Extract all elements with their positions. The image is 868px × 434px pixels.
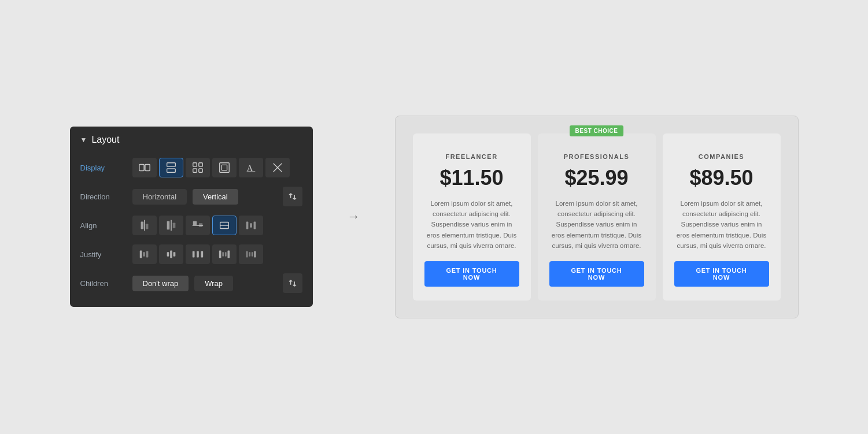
frame-layout-icon	[218, 161, 231, 174]
svg-rect-32	[170, 251, 172, 258]
flex-layout-icon	[165, 161, 178, 174]
svg-rect-2	[167, 163, 175, 166]
pricing-container: FREELANCER $11.50 Lorem ipsum dolor sit …	[395, 116, 799, 319]
display-horizontal-btn[interactable]	[132, 158, 157, 177]
align-center-h-icon	[165, 219, 178, 232]
align-middle-icon	[218, 219, 231, 232]
svg-rect-16	[145, 224, 148, 229]
justify-space-between-icon	[218, 248, 231, 261]
horizontal-direction-btn[interactable]: Horizontal	[132, 189, 187, 205]
pricing-card-companies: COMPANIES $89.50 Lorem ipsum dolor sit a…	[663, 133, 781, 301]
price-companies: $89.50	[689, 166, 753, 190]
svg-rect-3	[167, 169, 175, 172]
align-middle-btn[interactable]	[212, 216, 237, 235]
svg-rect-27	[253, 222, 256, 229]
display-row: Display	[70, 153, 313, 182]
svg-rect-37	[219, 251, 221, 258]
svg-rect-6	[193, 169, 196, 172]
best-badge: BEST CHOICE	[570, 125, 624, 136]
display-frame-btn[interactable]	[212, 158, 237, 177]
svg-rect-19	[172, 223, 175, 228]
pricing-card-freelancer: FREELANCER $11.50 Lorem ipsum dolor sit …	[413, 133, 531, 301]
svg-rect-4	[193, 163, 196, 166]
svg-rect-31	[167, 253, 169, 257]
text-layout-icon: A	[245, 161, 257, 174]
svg-text:A: A	[246, 164, 253, 173]
align-row: Align	[70, 211, 313, 240]
vertical-direction-btn[interactable]: Vertical	[193, 189, 238, 205]
justify-btn-group	[132, 244, 263, 264]
justify-end-btn[interactable]	[239, 244, 263, 264]
svg-rect-18	[167, 221, 169, 230]
cta-btn-freelancer[interactable]: GET IN TOUCH NOW	[424, 261, 519, 287]
align-btn-group	[132, 216, 263, 235]
children-label: Children	[80, 279, 127, 288]
justify-end-icon	[245, 248, 257, 261]
svg-rect-38	[222, 253, 224, 257]
justify-center-btn[interactable]	[159, 244, 183, 264]
main-container: ▼ Layout Display	[70, 116, 799, 319]
plan-name-companies: COMPANIES	[699, 153, 744, 160]
svg-rect-8	[219, 163, 229, 173]
justify-space-icon	[191, 248, 204, 261]
svg-rect-34	[192, 251, 194, 258]
justify-start-btn[interactable]	[132, 244, 157, 264]
no-wrap-btn[interactable]: Don't wrap	[132, 276, 189, 291]
svg-rect-35	[197, 251, 199, 258]
justify-start-icon	[138, 248, 151, 261]
align-space-icon	[245, 219, 257, 232]
svg-rect-29	[143, 253, 145, 257]
panel-title: Layout	[91, 135, 119, 145]
display-label: Display	[80, 164, 127, 172]
svg-rect-5	[198, 163, 202, 166]
svg-rect-42	[249, 253, 250, 257]
children-swap-btn[interactable]	[283, 273, 302, 293]
layout-panel: ▼ Layout Display	[70, 127, 313, 307]
arrow: →	[348, 209, 360, 224]
display-grid-btn[interactable]	[186, 158, 210, 177]
wrap-btn[interactable]: Wrap	[194, 276, 233, 291]
justify-space-btn[interactable]	[186, 244, 210, 264]
svg-rect-40	[227, 251, 230, 258]
display-text-btn[interactable]: A	[239, 158, 263, 177]
panel-header: ▼ Layout	[70, 127, 313, 153]
svg-rect-33	[173, 253, 175, 257]
direction-row: Direction Horizontal Vertical	[70, 182, 313, 211]
price-freelancer: $11.50	[439, 166, 503, 190]
justify-label: Justify	[80, 250, 127, 259]
desc-freelancer: Lorem ipsum dolor sit amet, consectetur …	[424, 198, 519, 251]
svg-rect-0	[139, 165, 143, 171]
horizontal-layout-icon	[138, 161, 151, 174]
display-flex-btn[interactable]	[159, 158, 183, 177]
align-label: Align	[80, 221, 127, 230]
svg-rect-30	[146, 251, 148, 258]
display-none-btn[interactable]	[265, 158, 290, 177]
svg-rect-44	[254, 251, 256, 258]
align-top-icon	[138, 219, 151, 232]
svg-rect-22	[198, 224, 202, 227]
pricing-card-professionals: BEST CHOICE PROFESSIONALS $25.99 Lorem i…	[538, 133, 656, 301]
cta-btn-professionals[interactable]: GET IN TOUCH NOW	[549, 261, 644, 287]
svg-rect-39	[224, 253, 226, 257]
svg-rect-25	[246, 222, 248, 229]
direction-swap-btn[interactable]	[283, 187, 302, 206]
grid-layout-icon	[191, 161, 204, 174]
svg-rect-26	[250, 224, 252, 228]
children-swap-icon	[288, 279, 297, 288]
display-btn-group: A	[132, 158, 290, 177]
justify-space-between-btn[interactable]	[212, 244, 237, 264]
align-top-btn[interactable]	[132, 216, 157, 235]
none-layout-icon	[271, 161, 284, 174]
svg-rect-15	[141, 222, 143, 229]
svg-rect-7	[198, 169, 202, 172]
swap-icon	[288, 192, 297, 201]
chevron-icon: ▼	[80, 136, 87, 144]
svg-rect-9	[221, 165, 227, 170]
svg-rect-1	[145, 165, 149, 171]
svg-rect-21	[193, 221, 196, 225]
svg-rect-41	[246, 251, 248, 258]
align-center-v-btn[interactable]	[186, 216, 210, 235]
align-space-btn[interactable]	[239, 216, 263, 235]
align-center-h-btn[interactable]	[159, 216, 183, 235]
cta-btn-companies[interactable]: GET IN TOUCH NOW	[674, 261, 769, 287]
